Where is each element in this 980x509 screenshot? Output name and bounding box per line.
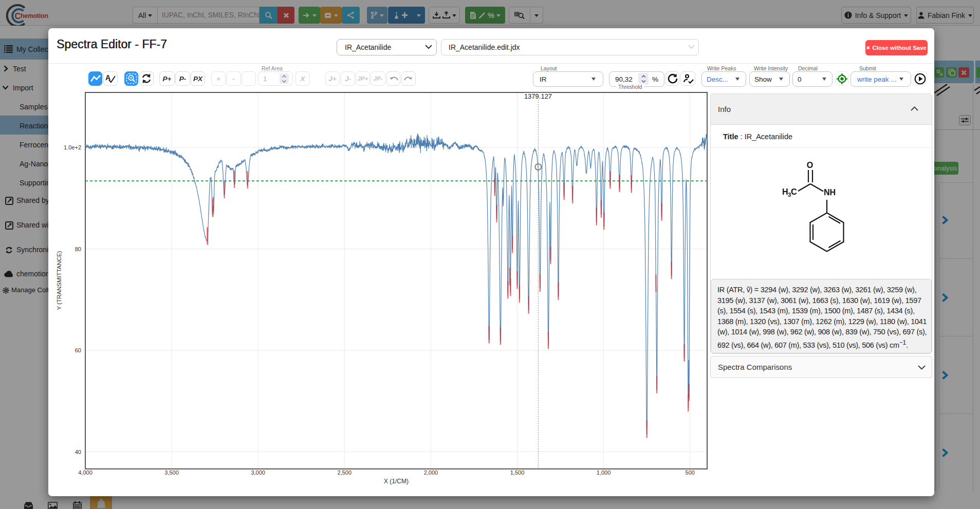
svg-text:1.0e+2: 1.0e+2: [64, 144, 81, 150]
svg-text:C: C: [791, 187, 797, 196]
svg-text:1,000: 1,000: [597, 469, 611, 476]
svg-text:O: O: [807, 161, 813, 169]
svg-text:80: 80: [75, 246, 81, 252]
svg-text:NH: NH: [824, 188, 836, 197]
svg-text:H: H: [782, 187, 788, 196]
svg-text:X (1/CM): X (1/CM): [384, 478, 409, 485]
svg-text:3,000: 3,000: [251, 469, 265, 476]
svg-text:2,500: 2,500: [338, 469, 352, 476]
svg-text:Y (TRANSMITTANCE): Y (TRANSMITTANCE): [56, 251, 62, 310]
svg-text:2,000: 2,000: [424, 469, 438, 476]
svg-text:3,500: 3,500: [164, 469, 179, 476]
svg-text:60: 60: [75, 347, 81, 353]
svg-text:40: 40: [75, 449, 81, 455]
svg-text:500: 500: [686, 469, 695, 476]
svg-text:1379.127: 1379.127: [524, 92, 552, 100]
svg-text:1,500: 1,500: [510, 469, 525, 476]
svg-text:4,000: 4,000: [78, 469, 93, 476]
